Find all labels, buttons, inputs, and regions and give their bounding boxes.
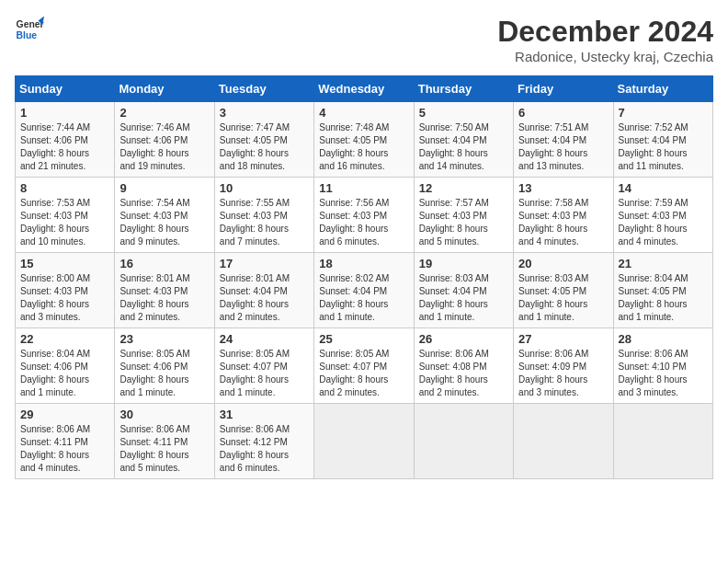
calendar-cell: 12Sunrise: 7:57 AMSunset: 4:03 PMDayligh… xyxy=(414,178,513,253)
calendar-cell xyxy=(613,404,712,479)
page-header: General Blue December 2024 Radonice, Ust… xyxy=(15,15,713,64)
calendar-row: 29Sunrise: 8:06 AMSunset: 4:11 PMDayligh… xyxy=(16,404,713,479)
calendar-cell: 25Sunrise: 8:05 AMSunset: 4:07 PMDayligh… xyxy=(314,328,414,404)
calendar-cell: 30Sunrise: 8:06 AMSunset: 4:11 PMDayligh… xyxy=(115,404,214,479)
title-block: December 2024 Radonice, Ustecky kraj, Cz… xyxy=(497,15,713,64)
calendar-cell: 3Sunrise: 7:47 AMSunset: 4:05 PMDaylight… xyxy=(214,102,313,178)
location-subtitle: Radonice, Ustecky kraj, Czechia xyxy=(497,49,713,64)
header-saturday: Saturday xyxy=(613,76,712,102)
header-thursday: Thursday xyxy=(414,76,513,102)
calendar-cell: 7Sunrise: 7:52 AMSunset: 4:04 PMDaylight… xyxy=(613,102,712,178)
calendar-cell xyxy=(414,404,513,479)
calendar-cell: 17Sunrise: 8:01 AMSunset: 4:04 PMDayligh… xyxy=(214,253,313,328)
calendar-cell: 28Sunrise: 8:06 AMSunset: 4:10 PMDayligh… xyxy=(613,328,712,404)
calendar-cell: 29Sunrise: 8:06 AMSunset: 4:11 PMDayligh… xyxy=(16,404,115,479)
month-title: December 2024 xyxy=(497,15,713,49)
calendar-row: 1Sunrise: 7:44 AMSunset: 4:06 PMDaylight… xyxy=(16,102,713,178)
calendar-cell: 11Sunrise: 7:56 AMSunset: 4:03 PMDayligh… xyxy=(314,178,414,253)
header-wednesday: Wednesday xyxy=(314,76,414,102)
calendar-cell: 4Sunrise: 7:48 AMSunset: 4:05 PMDaylight… xyxy=(314,102,414,178)
calendar-cell: 8Sunrise: 7:53 AMSunset: 4:03 PMDaylight… xyxy=(16,178,115,253)
logo: General Blue xyxy=(15,15,44,44)
calendar-cell: 24Sunrise: 8:05 AMSunset: 4:07 PMDayligh… xyxy=(214,328,313,404)
calendar-cell xyxy=(314,404,414,479)
calendar-cell: 31Sunrise: 8:06 AMSunset: 4:12 PMDayligh… xyxy=(214,404,313,479)
calendar-cell: 18Sunrise: 8:02 AMSunset: 4:04 PMDayligh… xyxy=(314,253,414,328)
header-tuesday: Tuesday xyxy=(214,76,313,102)
calendar-cell: 27Sunrise: 8:06 AMSunset: 4:09 PMDayligh… xyxy=(514,328,613,404)
calendar-cell: 26Sunrise: 8:06 AMSunset: 4:08 PMDayligh… xyxy=(414,328,513,404)
calendar-cell: 1Sunrise: 7:44 AMSunset: 4:06 PMDaylight… xyxy=(16,102,115,178)
calendar-row: 8Sunrise: 7:53 AMSunset: 4:03 PMDaylight… xyxy=(16,178,713,253)
calendar-cell: 14Sunrise: 7:59 AMSunset: 4:03 PMDayligh… xyxy=(613,178,712,253)
calendar-row: 15Sunrise: 8:00 AMSunset: 4:03 PMDayligh… xyxy=(16,253,713,328)
calendar-cell: 16Sunrise: 8:01 AMSunset: 4:03 PMDayligh… xyxy=(115,253,214,328)
header-monday: Monday xyxy=(115,76,214,102)
calendar-cell: 10Sunrise: 7:55 AMSunset: 4:03 PMDayligh… xyxy=(214,178,313,253)
calendar-cell: 9Sunrise: 7:54 AMSunset: 4:03 PMDaylight… xyxy=(115,178,214,253)
calendar-cell: 15Sunrise: 8:00 AMSunset: 4:03 PMDayligh… xyxy=(16,253,115,328)
calendar-cell: 21Sunrise: 8:04 AMSunset: 4:05 PMDayligh… xyxy=(613,253,712,328)
calendar-table: Sunday Monday Tuesday Wednesday Thursday… xyxy=(15,75,713,479)
header-sunday: Sunday xyxy=(16,76,115,102)
calendar-cell: 19Sunrise: 8:03 AMSunset: 4:04 PMDayligh… xyxy=(414,253,513,328)
header-friday: Friday xyxy=(514,76,613,102)
calendar-cell: 13Sunrise: 7:58 AMSunset: 4:03 PMDayligh… xyxy=(514,178,613,253)
calendar-cell xyxy=(514,404,613,479)
calendar-cell: 6Sunrise: 7:51 AMSunset: 4:04 PMDaylight… xyxy=(514,102,613,178)
calendar-row: 22Sunrise: 8:04 AMSunset: 4:06 PMDayligh… xyxy=(16,328,713,404)
calendar-cell: 2Sunrise: 7:46 AMSunset: 4:06 PMDaylight… xyxy=(115,102,214,178)
logo-icon: General Blue xyxy=(15,15,44,44)
calendar-cell: 23Sunrise: 8:05 AMSunset: 4:06 PMDayligh… xyxy=(115,328,214,404)
calendar-cell: 5Sunrise: 7:50 AMSunset: 4:04 PMDaylight… xyxy=(414,102,513,178)
header-row: Sunday Monday Tuesday Wednesday Thursday… xyxy=(16,76,713,102)
calendar-cell: 20Sunrise: 8:03 AMSunset: 4:05 PMDayligh… xyxy=(514,253,613,328)
calendar-cell: 22Sunrise: 8:04 AMSunset: 4:06 PMDayligh… xyxy=(16,328,115,404)
svg-text:Blue: Blue xyxy=(17,30,38,40)
